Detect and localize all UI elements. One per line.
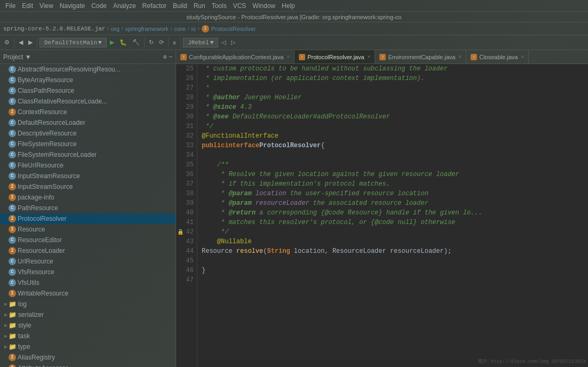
tab-close-closeable[interactable]: × [521,54,524,60]
menu-build[interactable]: Build [170,1,190,11]
sidebar-item-25[interactable]: ▶ 📁 task [0,331,176,341]
toolbar-next-nav[interactable]: ▷ [229,38,237,47]
tab-close-environment[interactable]: × [458,54,462,60]
sidebar-item-17[interactable]: I ResourceLoader [0,245,176,256]
menu-tools[interactable]: Tools [209,1,230,11]
tree-icon-16: C [9,236,16,244]
sidebar-item-7[interactable]: C FileSystemResource [0,139,176,149]
sidebar-item-6[interactable]: C DescriptiveResource [0,128,176,139]
sidebar-item-2[interactable]: C ClassPathResource [0,85,176,96]
sidebar-item-24[interactable]: ▶ 📁 style [0,320,176,331]
run-config-dropdown[interactable]: DefaultTestMain ▼ [39,38,107,47]
breadcrumb-jar[interactable]: spring-core-5.2.8.RELEASE.jar [3,26,105,32]
sidebar-item-15[interactable]: I Resource [0,224,176,235]
line-number-40: 40 [176,208,197,218]
sidebar-header: Project ▼ ⚙ — [0,50,176,64]
folder-arrow-22[interactable]: ▶ [4,301,7,307]
sidebar-item-21[interactable]: I WritableResource [0,288,176,299]
sidebar-minimize-icon[interactable]: — [169,53,172,60]
code-line-25: * custom protocols to be handled without… [202,64,584,74]
tab-label-closeable: Closeable.java [479,54,518,60]
menu-code[interactable]: Code [88,1,110,11]
menu-help[interactable]: Help [279,1,298,11]
sidebar-item-20[interactable]: C VfsUtils [0,277,176,288]
sidebar-item-13[interactable]: C PathResource [0,203,176,213]
tab-label-protocol: ProtocolResolver.java [307,54,364,60]
tab-label-environment: EnvironmentCapable.java [388,54,455,60]
sidebar-item-16[interactable]: C ResourceEditor [0,235,176,245]
toolbar-refresh-btn[interactable]: ↻ [147,38,156,47]
tree-label-26: type [18,343,30,350]
tree-label-15: Resource [18,226,45,233]
editor-tabs: I ConfigurableApplicationContext.java × … [176,50,588,64]
sidebar-item-3[interactable]: C ClassRelativeResourceLoade... [0,96,176,107]
sidebar-item-26[interactable]: ▶ 📁 type [0,341,176,352]
sidebar-item-0[interactable]: C AbstractResourceResolvingResou... [0,64,176,75]
build-button[interactable]: 🔨 [130,38,142,47]
breadcrumb-org[interactable]: org [111,26,120,32]
sidebar-settings-icon[interactable]: ⚙ [163,53,167,60]
tree-label-28: AttributeAccessor [18,364,68,367]
sidebar-item-14[interactable]: I ProtocolResolver [0,213,176,224]
menu-refactor[interactable]: Refactor [139,1,170,11]
code-content[interactable]: * custom protocols to be handled without… [197,64,588,367]
sidebar-item-12[interactable]: I package-info [0,192,176,203]
toolbar-more-btn[interactable]: ≡ [171,38,178,47]
tree-label-11: InputStreamSource [18,183,73,190]
code-line-46: } [202,266,584,275]
tab-close-configurable[interactable]: × [287,54,290,60]
tab-protocol-resolver[interactable]: I ProtocolResolver.java × [295,50,375,63]
menu-analyze[interactable]: Analyze [110,1,139,11]
breadcrumb-io[interactable]: io [192,26,196,32]
folder-arrow-26[interactable]: ▶ [4,344,7,350]
folder-arrow-25[interactable]: ▶ [4,333,7,339]
menu-bar: File Edit View Navigate Code Analyze Ref… [0,0,588,12]
code-line-31: */ [202,122,584,131]
menu-vcs[interactable]: VCS [230,1,250,11]
tab-close-protocol[interactable]: × [368,54,371,60]
tab-icon-protocol: I [299,54,305,60]
menu-navigate[interactable]: Navigate [57,1,88,11]
folder-arrow-24[interactable]: ▶ [4,322,7,329]
sidebar-item-23[interactable]: ▶ 📁 serializer [0,309,176,320]
sidebar-item-27[interactable]: I AliasRegistry [0,352,176,363]
tree-label-18: UrlResource [18,258,53,265]
tree-icon-12: I [9,194,16,201]
sidebar-item-9[interactable]: C FileUrlResource [0,160,176,171]
sidebar-item-4[interactable]: I ContextResource [0,107,176,117]
run-button[interactable]: ▶ [108,38,116,47]
breadcrumb-springframework[interactable]: springframework [125,26,169,32]
sidebar-item-19[interactable]: C VfsResource [0,267,176,277]
toolbar-sync-btn[interactable]: ⟳ [157,38,166,47]
toolbar-settings-btn[interactable]: ⚙ [2,38,12,47]
sidebar-item-1[interactable]: C ByteArrayResource [0,75,176,85]
toolbar-back-btn[interactable]: ◀ [17,38,25,47]
tab-closeable[interactable]: I Closeable.java × [466,50,529,63]
breadcrumb-filename[interactable]: ProtocolResolver [211,26,256,32]
sidebar-item-5[interactable]: C DefaultResourceLoader [0,117,176,128]
sidebar-item-10[interactable]: C InputStreamResource [0,171,176,181]
tab-environment-capable[interactable]: I EnvironmentCapable.java × [375,50,466,63]
sidebar-item-8[interactable]: C FileSystemResourceLoader [0,149,176,160]
jrebel-btn[interactable]: JRebel ▼ [183,38,218,47]
tree-icon-1: C [9,76,16,84]
tab-configurable-app-context[interactable]: I ConfigurableApplicationContext.java × [176,50,295,63]
sidebar-item-22[interactable]: ▶ 📁 log [0,299,176,309]
menu-view[interactable]: View [36,1,57,11]
menu-edit[interactable]: Edit [19,1,36,11]
folder-icon-25: 📁 [9,332,17,340]
menu-window[interactable]: Window [249,1,279,11]
dropdown-arrow-icon: ▼ [98,39,102,46]
toolbar-forward-btn[interactable]: ▶ [26,38,35,47]
sidebar-item-11[interactable]: I InputStreamSource [0,181,176,192]
sidebar-item-28[interactable]: I AttributeAccessor [0,363,176,367]
breadcrumb-core[interactable]: core [174,26,185,32]
toolbar-prev-nav[interactable]: ◁ [219,38,228,47]
debug-button[interactable]: 🐛 [117,38,129,47]
menu-file[interactable]: File [2,1,19,11]
folder-arrow-23[interactable]: ▶ [4,312,7,318]
sidebar-item-18[interactable]: C UrlResource [0,256,176,267]
tree-icon-8: C [9,151,16,158]
code-area[interactable]: 252627282930313233343536373839404142🔒434… [176,64,588,367]
menu-run[interactable]: Run [190,1,209,11]
